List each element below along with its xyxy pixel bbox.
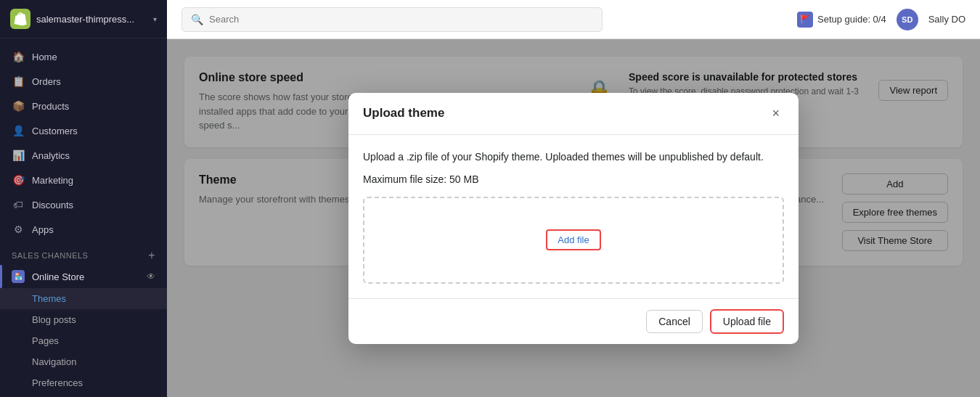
sidebar-nav: 🏠 Home 📋 Orders 📦 Products 👤 Customers 📊… xyxy=(0,38,167,397)
sidebar-item-marketing-label: Marketing xyxy=(32,175,73,186)
page-body: Online store speed The score shows how f… xyxy=(167,39,980,397)
online-store-item[interactable]: 🏪 Online Store 👁 xyxy=(0,265,167,288)
online-store-label: Online Store xyxy=(32,271,139,282)
eye-icon[interactable]: 👁 xyxy=(147,271,155,282)
sidebar-item-blog-posts[interactable]: Blog posts xyxy=(0,309,167,330)
modal-description: Upload a .zip file of your Shopify theme… xyxy=(363,150,784,165)
sidebar-item-orders-label: Orders xyxy=(32,76,61,87)
preferences-label: Preferences xyxy=(32,377,83,388)
sales-channels-label: Sales channels + xyxy=(0,242,167,265)
upload-theme-modal: Upload theme × Upload a .zip file of you… xyxy=(348,93,799,344)
setup-guide-label: Setup guide: 0/4 xyxy=(817,14,886,25)
sidebar-item-apps[interactable]: ⚙ Apps xyxy=(0,217,167,242)
add-channel-button[interactable]: + xyxy=(148,249,155,262)
setup-guide[interactable]: 🚩 Setup guide: 0/4 xyxy=(797,12,886,28)
chevron-down-icon[interactable]: ▾ xyxy=(153,15,157,23)
main-content: 🔍 🚩 Setup guide: 0/4 SD Sally DO Online … xyxy=(167,0,980,397)
sidebar-item-orders[interactable]: 📋 Orders xyxy=(0,69,167,94)
sidebar-header[interactable]: salemaster-thimpress... ▾ xyxy=(0,0,167,38)
search-input[interactable] xyxy=(209,14,593,25)
search-icon: 🔍 xyxy=(191,14,203,25)
sidebar: salemaster-thimpress... ▾ 🏠 Home 📋 Order… xyxy=(0,0,167,397)
store-name: salemaster-thimpress... xyxy=(36,14,147,25)
sidebar-item-discounts-label: Discounts xyxy=(32,200,73,210)
sidebar-item-products-label: Products xyxy=(32,101,69,112)
modal-close-button[interactable]: × xyxy=(767,105,784,123)
sidebar-item-preferences[interactable]: Preferences xyxy=(0,372,167,393)
shopify-logo xyxy=(10,9,30,29)
modal-header: Upload theme × xyxy=(348,93,799,135)
upload-file-button[interactable]: Upload file xyxy=(710,309,784,334)
sidebar-item-customers[interactable]: 👤 Customers xyxy=(0,118,167,143)
home-icon: 🏠 xyxy=(12,50,25,63)
topbar: 🔍 🚩 Setup guide: 0/4 SD Sally DO xyxy=(167,0,980,39)
sidebar-item-customers-label: Customers xyxy=(32,126,78,136)
add-file-button[interactable]: Add file xyxy=(546,229,600,250)
pages-label: Pages xyxy=(32,335,59,346)
modal-overlay[interactable]: Upload theme × Upload a .zip file of you… xyxy=(167,39,980,397)
online-store-icon: 🏪 xyxy=(12,270,25,283)
modal-body: Upload a .zip file of your Shopify theme… xyxy=(348,135,799,298)
navigation-label: Navigation xyxy=(32,356,76,367)
sidebar-item-pages[interactable]: Pages xyxy=(0,330,167,351)
blog-posts-label: Blog posts xyxy=(32,314,76,325)
topbar-right: 🚩 Setup guide: 0/4 SD Sally DO xyxy=(797,9,965,30)
flag-icon: 🚩 xyxy=(797,12,813,28)
sidebar-item-apps-label: Apps xyxy=(32,224,54,235)
customers-icon: 👤 xyxy=(12,124,25,137)
sidebar-item-discounts[interactable]: 🏷 Discounts xyxy=(0,192,167,217)
themes-label: Themes xyxy=(32,293,66,304)
sidebar-item-analytics-label: Analytics xyxy=(32,150,70,161)
sidebar-item-analytics[interactable]: 📊 Analytics xyxy=(0,143,167,168)
sidebar-item-navigation[interactable]: Navigation xyxy=(0,351,167,372)
orders-icon: 📋 xyxy=(12,75,25,88)
discounts-icon: 🏷 xyxy=(12,198,25,211)
user-name: Sally DO xyxy=(928,14,965,25)
online-store-subnav: Themes Blog posts Pages Navigation Prefe… xyxy=(0,288,167,393)
marketing-icon: 🎯 xyxy=(12,173,25,187)
products-icon: 📦 xyxy=(12,99,25,112)
sidebar-item-themes[interactable]: Themes xyxy=(0,288,167,309)
analytics-icon: 📊 xyxy=(12,149,25,162)
avatar-initials: SD xyxy=(902,15,912,24)
avatar[interactable]: SD xyxy=(897,9,918,30)
sidebar-item-home[interactable]: 🏠 Home xyxy=(0,44,167,69)
file-drop-zone[interactable]: Add file xyxy=(363,197,784,284)
sidebar-item-products[interactable]: 📦 Products xyxy=(0,94,167,118)
sidebar-item-marketing[interactable]: 🎯 Marketing xyxy=(0,168,167,192)
search-bar[interactable]: 🔍 xyxy=(181,7,603,32)
modal-footer: Cancel Upload file xyxy=(348,298,799,344)
apps-icon: ⚙ xyxy=(12,223,25,236)
modal-filesize: Maximum file size: 50 MB xyxy=(363,173,784,185)
modal-title: Upload theme xyxy=(363,106,444,120)
cancel-button[interactable]: Cancel xyxy=(646,310,703,333)
sidebar-item-home-label: Home xyxy=(32,52,57,62)
